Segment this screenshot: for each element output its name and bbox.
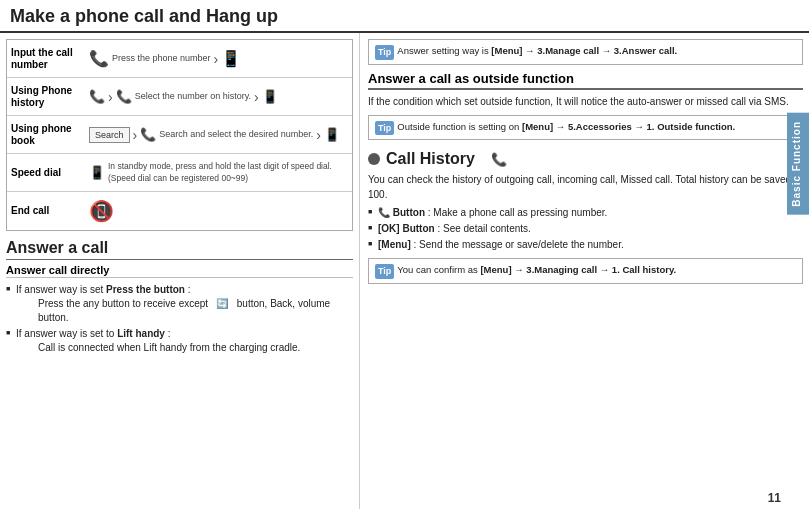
arrow-2b: › bbox=[254, 89, 259, 105]
step-label-speed-dial: Speed dial bbox=[11, 167, 89, 179]
right-column: Tip Answer setting way is [Menu] → 3.Man… bbox=[360, 33, 809, 509]
page-number: 11 bbox=[768, 491, 781, 505]
phone-icon-2c: 📱 bbox=[262, 89, 278, 104]
tip-text-2: Outside function is setting on [Menu] → … bbox=[397, 120, 735, 133]
ch-bullet-1: 📞 Button : Make a phone call as pressing… bbox=[368, 205, 803, 221]
call-history-heading: Call History 📞 bbox=[386, 150, 507, 168]
phone-icon-2b: 📞 bbox=[116, 89, 132, 104]
step-label-phone-book: Using phone book bbox=[11, 123, 89, 147]
call-history-phone-icon: 📞 bbox=[491, 152, 507, 167]
tip-box-2: Tip Outside function is setting on [Menu… bbox=[368, 115, 803, 141]
outside-function-section: Answer a call as outside function If the… bbox=[368, 71, 803, 115]
page-title: Make a phone call and Hang up bbox=[10, 6, 799, 27]
step-phone-history: Using Phone history 📞 › 📞 Select the num… bbox=[7, 78, 352, 116]
search-box-icon: Search bbox=[89, 127, 130, 143]
answer-call-section: Answer a call Answer call directly If an… bbox=[6, 239, 353, 356]
tip-box-3: Tip You can confirm as [Menu] → 3.Managi… bbox=[368, 258, 803, 284]
arrow-1: › bbox=[214, 51, 219, 67]
call-history-body: You can check the history of outgoing ca… bbox=[368, 172, 803, 202]
step-end-call: End call 📵 bbox=[7, 192, 352, 230]
phone-icon-3b: 📱 bbox=[324, 127, 340, 142]
tip-box-1: Tip Answer setting way is [Menu] → 3.Man… bbox=[368, 39, 803, 65]
bullet-press-indent: Press the any button to receive except 🔄… bbox=[16, 297, 353, 325]
step-content-phone-history: 📞 › 📞 Select the number on history. › 📱 bbox=[89, 89, 348, 105]
phone-icon-4: 📱 bbox=[89, 165, 105, 180]
sidebar-tab: Basic Function bbox=[787, 113, 809, 215]
dot-icon bbox=[368, 153, 380, 165]
left-column: Input the call number 📞 Press the phone … bbox=[0, 33, 360, 509]
end-call-phone-icon: 📵 bbox=[89, 199, 114, 223]
call-history-bullets: 📞 Button : Make a phone call as pressing… bbox=[368, 205, 803, 253]
tip-text-1: Answer setting way is [Menu] → 3.Manage … bbox=[397, 44, 677, 57]
step-desc-speed-dial: In standby mode, press and hold the last… bbox=[108, 161, 348, 183]
bullet-press-button: If answer way is set Press the button : … bbox=[6, 282, 353, 326]
step-desc-phone-book: Search and select the desired number. bbox=[159, 129, 313, 140]
tip-label-1: Tip bbox=[375, 45, 394, 60]
step-content-speed-dial: 📱 In standby mode, press and hold the la… bbox=[89, 161, 348, 183]
page-header: Make a phone call and Hang up bbox=[0, 0, 809, 33]
tip-label-2: Tip bbox=[375, 121, 394, 136]
call-history-title-row: Call History 📞 bbox=[368, 150, 803, 168]
ch-phone-icon: 📞 bbox=[378, 207, 390, 218]
step-label-input-call: Input the call number bbox=[11, 47, 89, 71]
arrow-3a: › bbox=[133, 127, 138, 143]
bullet-lift-handy: If answer way is set to Lift handy : Cal… bbox=[6, 326, 353, 356]
answer-call-subsection: Answer call directly bbox=[6, 264, 353, 278]
outside-function-title: Answer a call as outside function bbox=[368, 71, 803, 90]
step-input-call: Input the call number 📞 Press the phone … bbox=[7, 40, 352, 78]
arrow-3b: › bbox=[316, 127, 321, 143]
arrow-2a: › bbox=[108, 89, 113, 105]
bullet-lift-indent: Call is connected when Lift handy from t… bbox=[16, 341, 353, 355]
tip-label-3: Tip bbox=[375, 264, 394, 279]
step-content-input-call: 📞 Press the phone number › 📱 bbox=[89, 49, 348, 68]
step-content-end-call: 📵 bbox=[89, 199, 348, 223]
tip-text-3: You can confirm as [Menu] → 3.Managing c… bbox=[397, 263, 676, 276]
step-label-end-call: End call bbox=[11, 205, 89, 217]
phone-icon-3: 📞 bbox=[140, 127, 156, 142]
phone-icon-2: 📞 bbox=[89, 89, 105, 104]
step-content-phone-book: Search › 📞 Search and select the desired… bbox=[89, 127, 348, 143]
step-phone-book: Using phone book Search › 📞 Search and s… bbox=[7, 116, 352, 154]
outside-function-body: If the condition which set outside funct… bbox=[368, 94, 803, 109]
main-content: Input the call number 📞 Press the phone … bbox=[0, 33, 809, 509]
step-desc-phone-history: Select the number on history. bbox=[135, 91, 251, 102]
ch-bullet-2: [OK] Button : See detail contents. bbox=[368, 221, 803, 237]
phone-icon-1: 📞 bbox=[89, 49, 109, 68]
step-label-phone-history: Using Phone history bbox=[11, 85, 89, 109]
step-speed-dial: Speed dial 📱 In standby mode, press and … bbox=[7, 154, 352, 192]
steps-table: Input the call number 📞 Press the phone … bbox=[6, 39, 353, 231]
ch-bullet-3: [Menu] : Send the message or save/delete… bbox=[368, 237, 803, 253]
phone-icon-1b: 📱 bbox=[221, 49, 241, 68]
answer-call-title: Answer a call bbox=[6, 239, 353, 260]
step-desc-input-call: Press the phone number bbox=[112, 53, 211, 64]
call-history-section: Call History 📞 You can check the history… bbox=[368, 150, 803, 503]
answer-call-bullets: If answer way is set Press the button : … bbox=[6, 282, 353, 356]
